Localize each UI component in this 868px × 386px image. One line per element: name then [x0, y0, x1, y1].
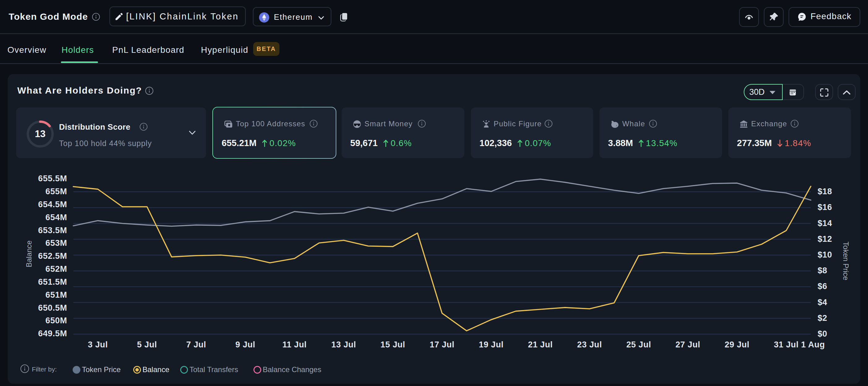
svg-text:652.5M: 652.5M: [38, 251, 67, 260]
svg-text:27 Jul: 27 Jul: [675, 340, 700, 349]
svg-text:31 Jul: 31 Jul: [774, 340, 799, 349]
svg-text:7 Jul: 7 Jul: [186, 340, 206, 349]
svg-text:29 Jul: 29 Jul: [724, 340, 749, 349]
svg-text:$8: $8: [817, 266, 827, 275]
svg-text:11 Jul: 11 Jul: [282, 340, 307, 349]
svg-text:5 Jul: 5 Jul: [137, 340, 157, 349]
svg-text:21 Jul: 21 Jul: [528, 340, 553, 349]
svg-text:654M: 654M: [45, 213, 67, 222]
svg-text:654.5M: 654.5M: [38, 200, 67, 209]
svg-text:651M: 651M: [45, 290, 67, 300]
svg-text:652M: 652M: [45, 264, 67, 274]
svg-text:$0: $0: [817, 329, 827, 339]
svg-text:15 Jul: 15 Jul: [380, 340, 405, 349]
svg-text:653.5M: 653.5M: [38, 226, 67, 235]
svg-text:1 Aug: 1 Aug: [801, 340, 825, 349]
svg-text:$14: $14: [817, 219, 832, 228]
svg-text:649.5M: 649.5M: [38, 329, 67, 338]
svg-text:653M: 653M: [45, 238, 67, 248]
svg-text:$2: $2: [817, 313, 827, 323]
svg-text:$4: $4: [817, 298, 827, 307]
svg-text:650.5M: 650.5M: [38, 303, 67, 313]
svg-text:25 Jul: 25 Jul: [626, 340, 651, 349]
svg-text:19 Jul: 19 Jul: [479, 340, 503, 349]
svg-text:23 Jul: 23 Jul: [577, 340, 602, 349]
svg-text:13 Jul: 13 Jul: [331, 340, 356, 349]
svg-text:651.5M: 651.5M: [38, 277, 67, 287]
svg-text:$10: $10: [817, 250, 832, 259]
svg-text:655.5M: 655.5M: [38, 174, 67, 183]
svg-text:650M: 650M: [45, 316, 67, 325]
svg-text:3 Jul: 3 Jul: [88, 340, 108, 349]
svg-text:$18: $18: [817, 187, 832, 196]
svg-text:$6: $6: [817, 282, 827, 291]
svg-text:17 Jul: 17 Jul: [430, 340, 455, 349]
svg-text:Token Price: Token Price: [842, 242, 850, 280]
svg-text:$16: $16: [817, 203, 832, 212]
svg-text:9 Jul: 9 Jul: [235, 340, 255, 349]
svg-text:Balance: Balance: [25, 241, 33, 268]
svg-text:655M: 655M: [45, 187, 67, 196]
svg-text:$12: $12: [817, 234, 832, 244]
